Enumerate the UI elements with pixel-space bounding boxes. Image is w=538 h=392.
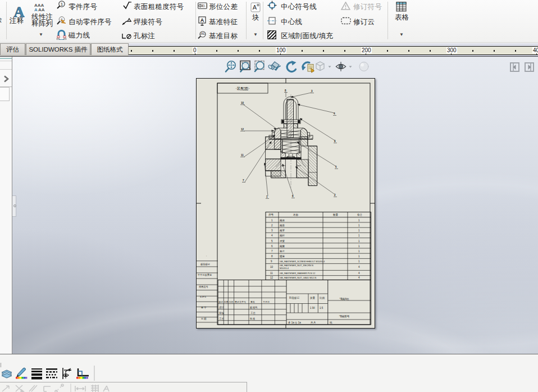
svg-text:8: 8: [285, 89, 286, 92]
svg-text:审核: 审核: [219, 312, 225, 314]
svg-text:多 1a 分 1a: 多 1a 分 1a: [288, 321, 301, 324]
svg-text:°B阀图号: °B阀图号: [339, 315, 350, 318]
svg-text:A: A: [253, 4, 257, 11]
svg-text:10: 10: [241, 102, 244, 104]
svg-text:4: 4: [358, 276, 360, 279]
svg-text:1: 1: [358, 245, 360, 248]
svg-text:0.1: 0.1: [203, 4, 207, 8]
svg-text:8: 8: [271, 255, 273, 258]
svg-text:比例: 比例: [320, 297, 325, 300]
svg-text:1: 1: [358, 234, 360, 237]
svg-text:签名: 签名: [250, 300, 255, 303]
svg-text:处数: 处数: [224, 300, 229, 303]
svg-text:工艺: 工艺: [250, 311, 256, 314]
svg-text:工艺: 工艺: [219, 317, 225, 320]
svg-text:1: 1: [358, 255, 360, 258]
svg-text:更改文件号: 更改文件号: [235, 300, 246, 303]
svg-text:阀杆: 阀杆: [280, 234, 285, 238]
svg-text:12: 12: [241, 128, 244, 131]
svg-text:·装配图·: ·装配图·: [235, 86, 250, 91]
svg-text:设计: 设计: [219, 306, 225, 309]
svg-text:序号: 序号: [268, 213, 274, 216]
svg-text:螺塞: 螺塞: [280, 254, 285, 258]
svg-text:6: 6: [292, 195, 294, 198]
svg-text:1: 1: [266, 195, 268, 198]
svg-text:年月日: 年月日: [263, 300, 270, 303]
svg-text:1: 1: [358, 260, 360, 263]
svg-text:4: 4: [358, 266, 360, 268]
svg-text:3: 3: [311, 90, 313, 93]
svg-text:名称: 名称: [293, 213, 299, 216]
svg-text:7: 7: [243, 179, 244, 182]
svg-text:分区: 分区: [229, 300, 234, 303]
svg-text:1: 1: [61, 2, 63, 7]
svg-text:10: 10: [270, 266, 273, 268]
svg-text:阀瓣: 阀瓣: [280, 245, 285, 248]
svg-text:12: 12: [270, 276, 273, 279]
svg-text:7: 7: [271, 250, 273, 253]
svg-text:,: ,: [206, 254, 207, 257]
svg-text:A: A: [34, 7, 38, 11]
svg-text:共.A: 共.A: [311, 321, 316, 324]
svg-text:1: 1: [358, 240, 360, 243]
svg-text:底图总号: 底图总号: [199, 285, 209, 288]
svg-text:1 9II: 1 9II: [310, 307, 315, 309]
svg-text:5: 5: [335, 166, 337, 168]
svg-text:阶段标记: 阶段标记: [289, 296, 300, 300]
svg-text:备注: 备注: [357, 213, 363, 216]
svg-text:日 期: 日 期: [201, 317, 207, 320]
svg-text:5: 5: [271, 240, 273, 243]
svg-text:质量: 质量: [310, 297, 316, 299]
svg-text:2: 2: [334, 194, 336, 197]
svg-text:GB_FASTENER_SCREW HHBOLT M10X0: GB_FASTENER_SCREW HHBOLT M10X0.4: [280, 260, 325, 263]
svg-text:S.IP.5: S.IP.5: [200, 295, 207, 298]
svg-text:A1: A1: [201, 31, 204, 35]
svg-text:A: A: [200, 17, 204, 23]
svg-text:1: 1: [358, 219, 360, 222]
svg-text:9: 9: [334, 140, 336, 143]
svg-text:4: 4: [271, 234, 273, 237]
svg-text:标记: 标记: [218, 300, 223, 304]
svg-text:签 字: 签 字: [201, 306, 207, 309]
svg-text:阀体: 阀体: [280, 219, 285, 222]
svg-text:中中日县费支: 中中日县费支: [198, 274, 212, 276]
svg-text:阀罩: 阀罩: [280, 229, 285, 233]
svg-text:弹簧: 弹簧: [280, 239, 285, 243]
svg-text:9: 9: [271, 260, 272, 263]
svg-text:数量: 数量: [333, 213, 339, 216]
svg-text:批准: 批准: [249, 317, 256, 320]
svg-text:标准化: 标准化: [249, 306, 258, 309]
svg-text:阀盖: 阀盖: [280, 224, 285, 227]
svg-text:纸: 纸: [330, 321, 332, 324]
svg-text:4: 4: [358, 272, 360, 275]
svg-text:2: 2: [271, 224, 273, 227]
svg-text:GB_FASTENER_NUT_GB41 M12-N: GB_FASTENER_NUT_GB41 M12-N: [280, 276, 316, 279]
svg-text:1: 1: [358, 229, 360, 232]
svg-text:4: 4: [334, 112, 335, 115]
svg-text:AA: AA: [38, 7, 45, 11]
svg-text:垫片: 垫片: [280, 250, 285, 253]
svg-text:11: 11: [270, 272, 273, 275]
svg-text:GB_FASTENER_WASHER PLN 12: GB_FASTENER_WASHER PLN 12: [280, 272, 316, 275]
svg-text:11: 11: [241, 154, 244, 157]
svg-text:M10X0.4: M10X0.4: [280, 267, 289, 270]
svg-text:1:5: 1:5: [320, 307, 323, 309]
svg-text:1: 1: [358, 250, 360, 253]
svg-text:标段标记: 标段标记: [200, 263, 211, 266]
svg-text:1: 1: [358, 224, 360, 227]
svg-text:3: 3: [271, 229, 273, 232]
svg-text:1: 1: [271, 219, 273, 222]
svg-text:6: 6: [271, 245, 273, 248]
